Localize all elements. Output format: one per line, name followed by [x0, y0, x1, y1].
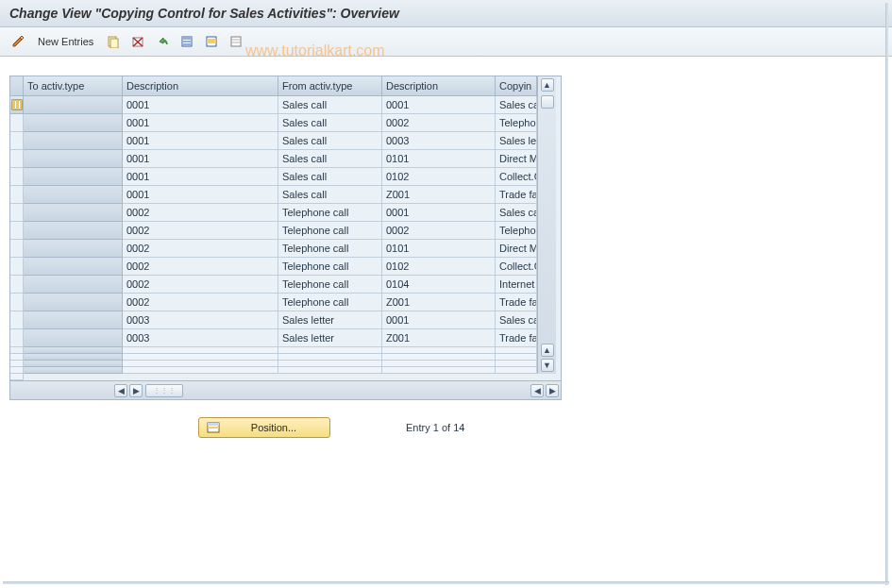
row-selector[interactable] — [24, 222, 123, 240]
cell-desc1[interactable]: Telephone call — [278, 294, 382, 311]
cell-from-type[interactable]: Z001 — [382, 294, 496, 311]
cell-desc1[interactable]: Telephone call — [278, 222, 382, 240]
col-header-from-type[interactable]: From activ.type — [278, 76, 382, 96]
cell-desc1[interactable]: Sales call — [278, 150, 382, 168]
cell-desc2[interactable]: Sales call — [496, 204, 537, 222]
cell-copying[interactable] — [10, 222, 24, 240]
scroll-thumb[interactable] — [541, 95, 554, 109]
cell-to-type[interactable]: 0002 — [123, 240, 278, 258]
change-icon[interactable] — [8, 31, 28, 52]
cell-empty[interactable] — [10, 354, 24, 361]
row-selector[interactable] — [24, 186, 123, 204]
cell-empty[interactable] — [496, 354, 537, 361]
cell-desc1[interactable]: Telephone call — [278, 258, 382, 276]
cell-to-type[interactable]: 0003 — [123, 311, 278, 329]
cell-copying[interactable] — [10, 114, 24, 132]
cell-empty[interactable] — [123, 354, 278, 361]
cell-empty[interactable] — [382, 347, 496, 354]
scroll-up-icon[interactable]: ▲ — [541, 78, 554, 92]
cell-desc1[interactable]: Sales letter — [278, 311, 382, 329]
cell-desc2[interactable]: Sales call — [496, 96, 537, 114]
cell-copying[interactable] — [10, 240, 24, 258]
row-selector[interactable] — [24, 294, 123, 311]
cell-from-type[interactable]: 0104 — [382, 276, 496, 294]
cell-to-type[interactable]: 0002 — [123, 222, 278, 240]
cell-from-type[interactable]: 0101 — [382, 240, 496, 258]
row-selector[interactable] — [24, 204, 123, 222]
position-button[interactable]: Position... — [198, 417, 330, 438]
cell-copying[interactable] — [10, 347, 24, 354]
row-selector[interactable] — [24, 276, 123, 294]
col-header-desc2[interactable]: Description — [382, 76, 496, 96]
cell-to-type[interactable]: 0001 — [123, 132, 278, 150]
cell-from-type[interactable]: 0002 — [382, 222, 496, 240]
corner-cell[interactable] — [10, 76, 24, 96]
undo-icon[interactable] — [152, 31, 173, 52]
cell-from-type[interactable]: Z001 — [382, 186, 496, 204]
cell-from-type[interactable]: 0102 — [382, 168, 496, 186]
cell-to-type[interactable]: 0003 — [123, 329, 278, 347]
cell-desc2[interactable]: Direct Mailing — [496, 240, 537, 258]
cell-empty[interactable] — [382, 367, 496, 374]
cell-empty[interactable] — [382, 361, 496, 367]
cell-desc1[interactable]: Sales call — [278, 114, 382, 132]
cell-to-type[interactable]: 0002 — [123, 276, 278, 294]
cell-from-type[interactable]: Z001 — [382, 329, 496, 347]
row-selector[interactable] — [24, 347, 123, 354]
row-selector[interactable] — [24, 361, 123, 367]
cell-desc1[interactable]: Sales call — [278, 132, 382, 150]
cell-copying[interactable] — [10, 150, 24, 168]
row-selector[interactable] — [24, 329, 123, 347]
cell-from-type[interactable]: 0001 — [382, 96, 496, 114]
select-block-icon[interactable] — [201, 31, 222, 52]
cell-desc2[interactable]: Telephone call — [496, 114, 537, 132]
cell-desc1[interactable]: Telephone call — [278, 240, 382, 258]
cell-to-type[interactable]: 0001 — [123, 150, 278, 168]
cell-desc2[interactable]: Telephone call — [496, 222, 537, 240]
cell-desc2[interactable]: Sales letter — [496, 132, 537, 150]
cell-copying[interactable] — [10, 168, 24, 186]
cell-empty[interactable] — [278, 361, 382, 367]
cell-copying[interactable] — [10, 258, 24, 276]
cell-from-type[interactable]: 0001 — [382, 204, 496, 222]
cell-from-type[interactable]: 0101 — [382, 150, 496, 168]
cell-copying[interactable] — [10, 311, 24, 329]
row-selector[interactable] — [24, 96, 123, 114]
cell-empty[interactable] — [123, 347, 278, 354]
cell-from-type[interactable]: 0001 — [382, 311, 496, 329]
cell-desc2[interactable]: Trade fair contact — [496, 186, 537, 204]
horizontal-scrollbar[interactable]: ◀ ▶ ⋮⋮⋮ ◀ ▶ — [10, 380, 561, 399]
cell-desc2[interactable]: Collect.Gen.Sls Acts — [496, 168, 537, 186]
scroll-right-icon[interactable]: ▶ — [129, 384, 143, 397]
row-selector[interactable] — [24, 150, 123, 168]
cell-empty[interactable] — [496, 347, 537, 354]
cell-to-type[interactable]: 0002 — [123, 258, 278, 276]
cell-from-type[interactable]: 0102 — [382, 258, 496, 276]
cell-to-type[interactable]: 0001 — [123, 168, 278, 186]
cell-desc1[interactable]: Telephone call — [278, 276, 382, 294]
row-selector[interactable] — [24, 240, 123, 258]
cell-desc2[interactable]: Internet mailing — [496, 276, 537, 294]
cell-desc1[interactable]: Sales letter — [278, 329, 382, 347]
copy-icon[interactable] — [103, 31, 124, 52]
config-columns-icon[interactable] — [10, 96, 24, 114]
cell-copying[interactable] — [10, 276, 24, 294]
scroll-down-icon[interactable]: ▲ — [541, 344, 554, 357]
row-selector[interactable] — [24, 354, 123, 361]
scroll-left2-icon[interactable]: ◀ — [530, 384, 544, 397]
cell-to-type[interactable]: 0002 — [123, 204, 278, 222]
row-selector[interactable] — [24, 168, 123, 186]
scroll-right2-icon[interactable]: ▶ — [546, 384, 559, 397]
cell-empty[interactable] — [10, 367, 24, 374]
cell-desc2[interactable]: Collect.Gen.Sls Acts — [496, 258, 537, 276]
new-entries-button[interactable]: New Entries — [32, 34, 99, 49]
cell-to-type[interactable]: 0001 — [123, 114, 278, 132]
row-selector[interactable] — [24, 367, 123, 374]
row-selector[interactable] — [24, 258, 123, 276]
cell-empty[interactable] — [123, 367, 278, 374]
delete-icon[interactable] — [127, 31, 148, 52]
select-all-icon[interactable] — [177, 31, 197, 52]
cell-copying[interactable] — [10, 294, 24, 311]
cell-empty[interactable] — [10, 374, 24, 380]
cell-desc1[interactable]: Sales call — [278, 96, 382, 114]
